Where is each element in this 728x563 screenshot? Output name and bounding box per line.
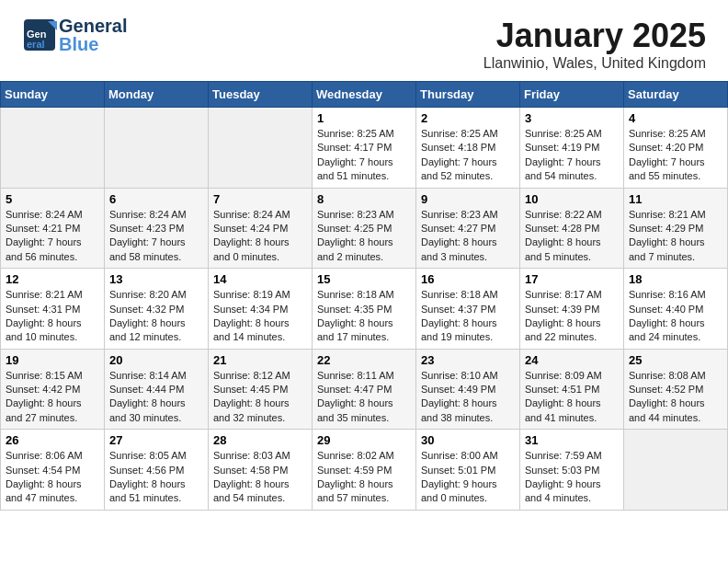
calendar-cell: 7 Sunrise: 8:24 AM Sunset: 4:24 PM Dayli… [209, 188, 313, 269]
calendar-cell: 2 Sunrise: 8:25 AM Sunset: 4:18 PM Dayli… [416, 108, 520, 189]
daylight-text: Daylight: 8 hours and 12 minutes. [109, 317, 186, 342]
sunset-text: Sunset: 4:35 PM [317, 304, 392, 315]
day-number: 10 [525, 192, 619, 206]
calendar-cell: 8 Sunrise: 8:23 AM Sunset: 4:25 PM Dayli… [313, 188, 416, 269]
day-number: 17 [525, 272, 619, 286]
day-number: 24 [525, 353, 619, 367]
day-number: 20 [109, 353, 203, 367]
day-number: 26 [6, 433, 99, 447]
sunset-text: Sunset: 4:58 PM [213, 465, 288, 476]
daylight-text: Daylight: 8 hours and 19 minutes. [421, 317, 497, 342]
daylight-text: Daylight: 7 hours and 51 minutes. [317, 156, 393, 181]
calendar-cell: 5 Sunrise: 8:24 AM Sunset: 4:21 PM Dayli… [1, 188, 105, 269]
day-info: Sunrise: 8:18 AM Sunset: 4:37 PM Dayligh… [421, 288, 515, 345]
calendar-cell: 14 Sunrise: 8:19 AM Sunset: 4:34 PM Dayl… [209, 269, 313, 350]
sunrise-text: Sunrise: 8:24 AM [213, 209, 290, 220]
daylight-text: Daylight: 8 hours and 10 minutes. [6, 317, 82, 342]
sunrise-text: Sunrise: 8:00 AM [421, 450, 498, 461]
day-info: Sunrise: 8:19 AM Sunset: 4:34 PM Dayligh… [213, 288, 307, 345]
calendar-cell: 24 Sunrise: 8:09 AM Sunset: 4:51 PM Dayl… [520, 349, 624, 430]
day-number: 6 [109, 192, 203, 206]
weekday-header-monday: Monday [105, 82, 209, 108]
sunset-text: Sunset: 4:25 PM [317, 223, 392, 234]
day-number: 11 [629, 192, 722, 206]
weekday-header-row: SundayMondayTuesdayWednesdayThursdayFrid… [1, 82, 728, 108]
daylight-text: Daylight: 8 hours and 47 minutes. [6, 478, 82, 503]
sunrise-text: Sunrise: 8:09 AM [525, 370, 602, 381]
daylight-text: Daylight: 8 hours and 2 minutes. [317, 236, 393, 261]
sunset-text: Sunset: 4:20 PM [629, 142, 703, 153]
calendar-cell: 1 Sunrise: 8:25 AM Sunset: 4:17 PM Dayli… [313, 108, 416, 189]
calendar-cell: 18 Sunrise: 8:16 AM Sunset: 4:40 PM Dayl… [624, 269, 728, 350]
calendar-week-5: 26 Sunrise: 8:06 AM Sunset: 4:54 PM Dayl… [1, 430, 728, 511]
calendar-cell: 22 Sunrise: 8:11 AM Sunset: 4:47 PM Dayl… [313, 349, 416, 430]
daylight-text: Daylight: 8 hours and 54 minutes. [213, 478, 290, 503]
weekday-header-tuesday: Tuesday [209, 82, 313, 108]
day-info: Sunrise: 8:17 AM Sunset: 4:39 PM Dayligh… [525, 288, 619, 345]
daylight-text: Daylight: 7 hours and 52 minutes. [421, 156, 497, 181]
calendar-cell: 27 Sunrise: 8:05 AM Sunset: 4:56 PM Dayl… [105, 430, 209, 511]
sunset-text: Sunset: 4:59 PM [317, 465, 392, 476]
sunrise-text: Sunrise: 8:18 AM [317, 289, 394, 300]
day-number: 25 [629, 353, 722, 367]
day-info: Sunrise: 8:25 AM Sunset: 4:17 PM Dayligh… [317, 127, 411, 184]
day-number: 3 [525, 111, 619, 125]
sunset-text: Sunset: 4:39 PM [525, 304, 599, 315]
weekday-header-wednesday: Wednesday [313, 82, 416, 108]
day-info: Sunrise: 8:25 AM Sunset: 4:18 PM Dayligh… [421, 127, 515, 184]
sunrise-text: Sunrise: 8:14 AM [109, 370, 187, 381]
sunset-text: Sunset: 4:18 PM [421, 142, 495, 153]
sunset-text: Sunset: 4:56 PM [109, 465, 184, 476]
daylight-text: Daylight: 9 hours and 4 minutes. [525, 478, 601, 503]
sunset-text: Sunset: 4:49 PM [421, 384, 495, 395]
day-info: Sunrise: 8:00 AM Sunset: 5:01 PM Dayligh… [421, 449, 515, 506]
page-header: Gen eral General Blue January 2025 Llanw… [0, 0, 728, 81]
calendar-title: January 2025 [483, 17, 706, 55]
day-number: 28 [213, 433, 307, 447]
logo-line2: Blue [59, 35, 127, 53]
daylight-text: Daylight: 8 hours and 30 minutes. [109, 397, 186, 422]
sunset-text: Sunset: 4:19 PM [525, 142, 599, 153]
day-info: Sunrise: 8:24 AM Sunset: 4:24 PM Dayligh… [213, 208, 307, 265]
sunset-text: Sunset: 4:27 PM [421, 223, 495, 234]
daylight-text: Daylight: 8 hours and 38 minutes. [421, 397, 497, 422]
calendar-cell: 23 Sunrise: 8:10 AM Sunset: 4:49 PM Dayl… [416, 349, 520, 430]
sunset-text: Sunset: 4:54 PM [6, 465, 80, 476]
calendar-cell: 15 Sunrise: 8:18 AM Sunset: 4:35 PM Dayl… [313, 269, 416, 350]
calendar-week-1: 1 Sunrise: 8:25 AM Sunset: 4:17 PM Dayli… [1, 108, 728, 189]
day-info: Sunrise: 8:23 AM Sunset: 4:25 PM Dayligh… [317, 208, 411, 265]
daylight-text: Daylight: 8 hours and 44 minutes. [629, 397, 705, 422]
day-info: Sunrise: 8:02 AM Sunset: 4:59 PM Dayligh… [317, 449, 411, 506]
day-number: 23 [421, 353, 515, 367]
sunset-text: Sunset: 4:24 PM [213, 223, 288, 234]
day-number: 31 [525, 433, 619, 447]
sunset-text: Sunset: 4:32 PM [109, 304, 184, 315]
sunrise-text: Sunrise: 8:06 AM [6, 450, 83, 461]
calendar-cell: 31 Sunrise: 7:59 AM Sunset: 5:03 PM Dayl… [520, 430, 624, 511]
daylight-text: Daylight: 8 hours and 57 minutes. [317, 478, 393, 503]
calendar-cell: 3 Sunrise: 8:25 AM Sunset: 4:19 PM Dayli… [520, 108, 624, 189]
calendar-week-3: 12 Sunrise: 8:21 AM Sunset: 4:31 PM Dayl… [1, 269, 728, 350]
day-number: 8 [317, 192, 411, 206]
sunset-text: Sunset: 4:28 PM [525, 223, 599, 234]
calendar-cell: 17 Sunrise: 8:17 AM Sunset: 4:39 PM Dayl… [520, 269, 624, 350]
sunrise-text: Sunrise: 8:20 AM [109, 289, 187, 300]
weekday-header-saturday: Saturday [624, 82, 728, 108]
sunrise-text: Sunrise: 8:25 AM [525, 128, 602, 139]
day-info: Sunrise: 8:06 AM Sunset: 4:54 PM Dayligh… [6, 449, 99, 506]
daylight-text: Daylight: 8 hours and 24 minutes. [629, 317, 705, 342]
day-number: 21 [213, 353, 307, 367]
daylight-text: Daylight: 8 hours and 35 minutes. [317, 397, 393, 422]
day-info: Sunrise: 8:16 AM Sunset: 4:40 PM Dayligh… [629, 288, 722, 345]
day-info: Sunrise: 8:05 AM Sunset: 4:56 PM Dayligh… [109, 449, 203, 506]
day-number: 29 [317, 433, 411, 447]
sunrise-text: Sunrise: 8:15 AM [6, 370, 83, 381]
calendar-cell: 30 Sunrise: 8:00 AM Sunset: 5:01 PM Dayl… [416, 430, 520, 511]
calendar-cell [1, 108, 105, 189]
sunset-text: Sunset: 5:03 PM [525, 465, 599, 476]
sunrise-text: Sunrise: 8:23 AM [317, 209, 394, 220]
calendar-cell: 12 Sunrise: 8:21 AM Sunset: 4:31 PM Dayl… [1, 269, 105, 350]
day-info: Sunrise: 8:15 AM Sunset: 4:42 PM Dayligh… [6, 369, 99, 426]
daylight-text: Daylight: 8 hours and 22 minutes. [525, 317, 601, 342]
sunset-text: Sunset: 4:40 PM [629, 304, 703, 315]
